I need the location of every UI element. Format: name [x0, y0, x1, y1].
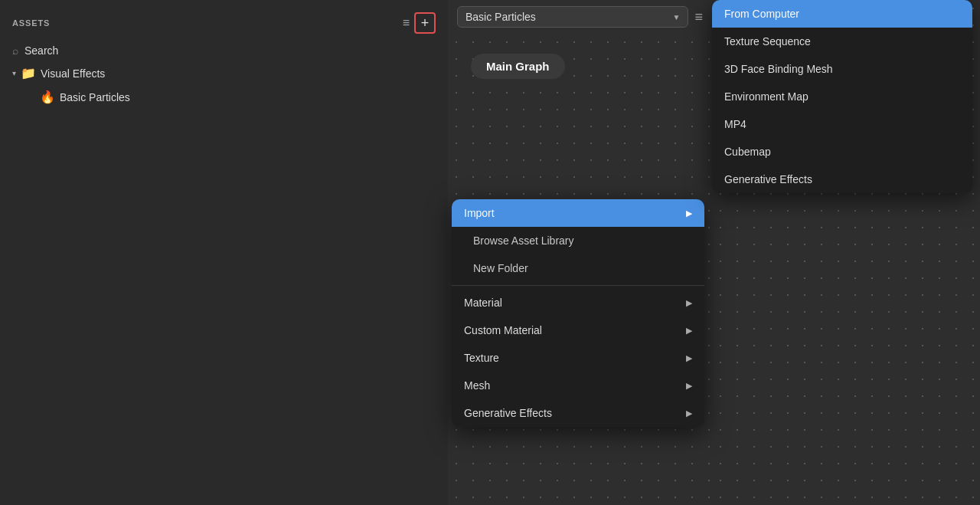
- visual-effects-label: Visual Effects: [41, 67, 105, 80]
- custom-material-label: Custom Material: [464, 324, 542, 336]
- import-arrow-icon: ▶: [686, 208, 692, 218]
- sub-menu: From Computer Texture Sequence 3D Face B…: [712, 0, 972, 193]
- preset-label: Basic Particles: [466, 11, 536, 23]
- search-icon: ⌕: [12, 44, 18, 57]
- assets-header: ASSETS ≡ +: [0, 0, 448, 40]
- context-menu: Import ▶ Browse Asset Library New Folder…: [452, 199, 704, 427]
- mesh-item[interactable]: Mesh ▶: [452, 372, 704, 399]
- texture-sequence-item[interactable]: Texture Sequence: [712, 28, 972, 55]
- left-panel: ASSETS ≡ + ⌕ ▾ 📁 Visual Effects 🔥 Basic …: [0, 0, 448, 505]
- material-item[interactable]: Material ▶: [452, 289, 704, 316]
- top-bar: Basic Particles ▼ ≡: [448, 0, 712, 34]
- mesh-label: Mesh: [464, 379, 490, 392]
- main-graph-label: Main Graph: [486, 60, 550, 73]
- browse-label: Browse Asset Library: [473, 234, 574, 247]
- mp4-item[interactable]: MP4: [712, 110, 972, 138]
- material-arrow-icon: ▶: [686, 298, 692, 308]
- environment-map-item[interactable]: Environment Map: [712, 83, 972, 110]
- dropdown-chevron-icon: ▼: [673, 13, 681, 21]
- cubemap-item[interactable]: Cubemap: [712, 138, 972, 166]
- import-menu-item[interactable]: Import ▶: [452, 199, 704, 227]
- new-folder-item[interactable]: New Folder: [452, 254, 704, 282]
- generative-effects-arrow-icon: ▶: [686, 408, 692, 418]
- from-computer-item[interactable]: From Computer: [712, 0, 972, 28]
- preset-dropdown[interactable]: Basic Particles ▼: [457, 6, 688, 28]
- new-folder-label: New Folder: [473, 262, 528, 274]
- 3d-face-binding-label: 3D Face Binding Mesh: [724, 63, 833, 75]
- menu-divider-1: [452, 285, 704, 286]
- search-bar: ⌕: [0, 40, 448, 61]
- flame-icon: 🔥: [40, 90, 55, 104]
- generative-effects-label: Generative Effects: [464, 407, 552, 419]
- assets-title: ASSETS: [12, 18, 50, 28]
- from-computer-label: From Computer: [724, 8, 799, 20]
- browse-asset-library-item[interactable]: Browse Asset Library: [452, 227, 704, 254]
- mp4-label: MP4: [724, 118, 746, 130]
- assets-toolbar: ≡ +: [403, 12, 436, 34]
- basic-particles-label: Basic Particles: [60, 91, 130, 103]
- custom-material-item[interactable]: Custom Material ▶: [452, 316, 704, 344]
- cubemap-label: Cubemap: [724, 146, 771, 158]
- texture-label: Texture: [464, 352, 499, 364]
- texture-arrow-icon: ▶: [686, 353, 692, 363]
- environment-map-label: Environment Map: [724, 90, 808, 103]
- mesh-arrow-icon: ▶: [686, 381, 692, 391]
- plus-icon: +: [421, 15, 430, 31]
- sub-generative-effects-label: Generative Effects: [724, 173, 812, 185]
- visual-effects-item[interactable]: ▾ 📁 Visual Effects: [0, 61, 448, 85]
- folder-icon: 📁: [21, 66, 36, 80]
- material-label: Material: [464, 297, 502, 309]
- main-graph-node[interactable]: Main Graph: [471, 54, 565, 79]
- import-label: Import: [464, 207, 495, 219]
- texture-sequence-label: Texture Sequence: [724, 35, 811, 48]
- texture-item[interactable]: Texture ▶: [452, 344, 704, 372]
- add-button[interactable]: +: [414, 12, 436, 34]
- sub-generative-effects-item[interactable]: Generative Effects: [712, 166, 972, 193]
- hamburger-menu-icon[interactable]: ≡: [694, 9, 703, 25]
- search-input[interactable]: [24, 44, 436, 57]
- chevron-down-icon: ▾: [12, 69, 16, 77]
- generative-effects-item[interactable]: Generative Effects ▶: [452, 399, 704, 427]
- custom-material-arrow-icon: ▶: [686, 326, 692, 336]
- 3d-face-binding-item[interactable]: 3D Face Binding Mesh: [712, 55, 972, 83]
- filter-icon[interactable]: ≡: [403, 16, 410, 30]
- basic-particles-item[interactable]: 🔥 Basic Particles: [0, 85, 448, 109]
